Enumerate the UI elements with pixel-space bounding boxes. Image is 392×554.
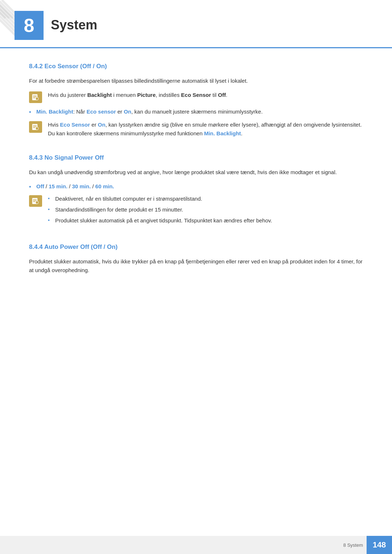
main-content: 8.4.2 Eco Sensor (Off / On) For at forbe…: [0, 63, 392, 320]
note-842-1: Hvis du justerer Backlight i menuen Pict…: [29, 91, 363, 103]
svg-point-24: [36, 201, 38, 204]
section-842: 8.4.2 Eco Sensor (Off / On) For at forbe…: [29, 63, 363, 138]
section-842-intro: For at forbedre strømbesparelsen tilpass…: [29, 77, 363, 85]
sub-bullet-843-1: Deaktiveret, når en tilsluttet computer …: [48, 194, 272, 203]
chapter-number: 8: [24, 16, 34, 35]
section-843-intro: Du kan undgå unødvendig strømforbrug ved…: [29, 168, 363, 177]
note-842-1-bold2: Picture: [137, 92, 156, 98]
off-label: Off: [36, 183, 44, 189]
note-843: Deaktiveret, når en tilsluttet computer …: [29, 194, 363, 227]
bullet-min-backlight: Min. Backlight: Når Eco sensor er On, ka…: [29, 107, 363, 138]
30min-label: 30 min.: [72, 183, 91, 189]
svg-point-14: [36, 97, 38, 100]
page-number: 148: [367, 536, 392, 554]
section-842-bullets: Min. Backlight: Når Eco sensor er On, ka…: [29, 107, 363, 138]
sub-bullet-843-3: Produktet slukker automatisk på et angiv…: [48, 216, 272, 225]
min-backlight-text2: er: [116, 108, 124, 115]
note-842-2-bold3: Min. Backlight: [204, 130, 241, 136]
section-843-options: Off / 15 min. / 30 min. / 60 min.: [29, 182, 363, 191]
section-844-heading: 8.4.4 Auto Power Off (Off / On): [29, 243, 363, 251]
page-header: 8 System: [0, 0, 392, 48]
page-title: System: [51, 11, 97, 33]
note-842-2-bold1: Eco Sensor: [60, 122, 90, 128]
chapter-box: 8: [15, 11, 44, 40]
min-backlight-bold1: Eco sensor: [86, 108, 116, 115]
note-842-1-bold4: Off: [218, 92, 226, 98]
note-842-2-bold2: On: [98, 122, 106, 128]
slash2: /: [68, 183, 72, 189]
section-843-heading: 8.4.3 No Signal Power Off: [29, 154, 363, 161]
page-footer: 8 System 148: [0, 536, 392, 554]
note-842-1-bold3: Eco Sensor: [181, 92, 211, 98]
min-backlight-text3: , kan du manuelt justere skærmens minimu…: [131, 108, 263, 115]
sub-bullet-843-2: Standardindstillingen for dette produkt …: [48, 205, 272, 214]
section-844-intro: Produktet slukker automatisk, hvis du ik…: [29, 257, 363, 275]
note-842-2-text: Hvis Eco Sensor er On, kan lysstyrken æn…: [48, 120, 363, 138]
min-backlight-label: Min. Backlight: [36, 108, 73, 115]
section-843-sub-bullets: Deaktiveret, når en tilsluttet computer …: [48, 194, 272, 227]
note-icon-2: [29, 121, 42, 133]
note-842-1-bold1: Backlight: [87, 92, 112, 98]
section-842-heading: 8.4.2 Eco Sensor (Off / On): [29, 63, 363, 70]
footer-chapter-label: 8 System: [343, 542, 367, 548]
note-icon-1: [29, 91, 42, 103]
slash1: /: [44, 183, 49, 189]
min-backlight-text1: : Når: [73, 108, 87, 115]
header-decoration: [0, 0, 15, 42]
section-844: 8.4.4 Auto Power Off (Off / On) Produkte…: [29, 243, 363, 275]
note-842-1-text: Hvis du justerer Backlight i menuen Pict…: [48, 91, 363, 99]
60min-label: 60 min.: [95, 183, 114, 189]
svg-point-19: [36, 127, 38, 130]
bullet-843-options: Off / 15 min. / 30 min. / 60 min.: [29, 182, 363, 191]
note-842-2: Hvis Eco Sensor er On, kan lysstyrken æn…: [29, 120, 363, 138]
note-icon-3: [29, 195, 42, 207]
section-843: 8.4.3 No Signal Power Off Du kan undgå u…: [29, 154, 363, 227]
15min-label: 15 min.: [49, 183, 68, 189]
min-backlight-bold2: On: [124, 108, 131, 115]
slash3: /: [91, 183, 95, 189]
